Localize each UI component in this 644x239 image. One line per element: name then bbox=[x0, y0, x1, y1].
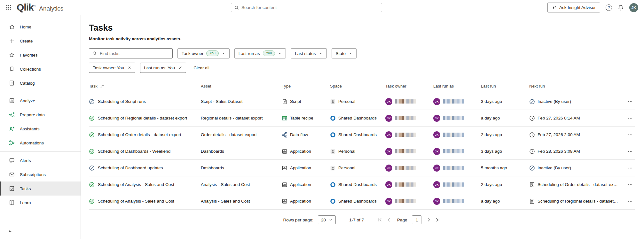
sidebar-item-alerts[interactable]: Alerts bbox=[0, 153, 81, 167]
table-row[interactable]: Scheduling of Dashboard updates Dashboar… bbox=[89, 160, 635, 176]
asset-name: Order details - dataset export bbox=[201, 132, 282, 137]
sidebar-item-automations[interactable]: Automations bbox=[0, 136, 81, 150]
sidebar-item-favorites[interactable]: Favorites bbox=[0, 48, 81, 62]
first-page-button[interactable] bbox=[377, 217, 382, 222]
sidebar-item-analyze[interactable]: Analyze bbox=[0, 94, 81, 108]
sort-descending-icon bbox=[100, 84, 104, 89]
sidebar-item-assistants[interactable]: Assistants bbox=[0, 122, 81, 136]
sidebar-item-learn[interactable]: Learn bbox=[0, 196, 81, 210]
close-icon[interactable] bbox=[178, 66, 182, 70]
sidebar-item-label: Favorites bbox=[20, 53, 38, 58]
last-run-as-filter-dropdown[interactable]: Last run as You bbox=[234, 48, 286, 58]
last-status-filter-dropdown[interactable]: Last status bbox=[291, 48, 326, 58]
filter-chip-last-run-as[interactable]: Last run as: You bbox=[140, 63, 186, 73]
state-filter-dropdown[interactable]: State bbox=[332, 48, 357, 58]
clear-all-button[interactable]: Clear all bbox=[193, 66, 209, 70]
collapse-sidebar-button[interactable] bbox=[7, 229, 12, 234]
sidebar-item-label: Collections bbox=[20, 67, 41, 72]
app-launcher-grid-icon[interactable] bbox=[6, 4, 12, 10]
table-row[interactable]: Scheduling of Script runs Script - Sales… bbox=[89, 93, 635, 110]
column-header-space[interactable]: Space bbox=[330, 84, 385, 89]
next-page-button[interactable] bbox=[426, 217, 431, 222]
last-run-as-name-redacted bbox=[443, 133, 464, 137]
status-inactive-icon bbox=[89, 99, 95, 104]
owner-avatar: JK bbox=[385, 115, 392, 122]
page-number-input[interactable] bbox=[412, 215, 421, 224]
row-actions-menu-icon[interactable] bbox=[628, 182, 633, 187]
task-name: Scheduling of Analysis - Sales and Cost bbox=[98, 182, 174, 187]
clock-icon bbox=[529, 115, 535, 121]
table-recipe-icon bbox=[282, 115, 287, 121]
ask-insight-advisor-button[interactable]: Ask Insight Advisor bbox=[547, 3, 600, 12]
global-search-input[interactable] bbox=[241, 5, 379, 10]
last-run-value: 3 days ago bbox=[481, 149, 529, 154]
global-search[interactable] bbox=[231, 3, 382, 12]
you-badge: You bbox=[263, 50, 275, 56]
row-actions-menu-icon[interactable] bbox=[628, 116, 633, 121]
last-run-as-avatar: JK bbox=[433, 131, 440, 138]
tasks-table: Task Asset Type Space Task owner Last ru… bbox=[89, 79, 635, 210]
product-name: Analytics bbox=[39, 5, 63, 12]
find-tasks-search[interactable] bbox=[89, 48, 173, 58]
search-icon bbox=[234, 5, 239, 10]
sidebar-item-subscriptions[interactable]: Subscriptions bbox=[0, 167, 81, 181]
task-name: Scheduling of Dashboards - Weekend bbox=[98, 149, 170, 154]
last-page-button[interactable] bbox=[435, 217, 440, 222]
column-header-next-run[interactable]: Next run bbox=[529, 84, 623, 89]
sidebar-item-catalog[interactable]: Catalog bbox=[0, 76, 81, 90]
row-actions-menu-icon[interactable] bbox=[628, 166, 633, 171]
table-row[interactable]: Scheduling of Regional details - dataset… bbox=[89, 110, 635, 127]
sidebar-divider bbox=[0, 92, 81, 92]
column-header-task[interactable]: Task bbox=[89, 84, 201, 89]
filter-chip-task-owner[interactable]: Task owner: You bbox=[89, 63, 135, 73]
row-actions-menu-icon[interactable] bbox=[628, 149, 633, 154]
rows-per-page-select[interactable]: 20 bbox=[318, 215, 336, 224]
last-run-as-avatar: JK bbox=[433, 198, 440, 205]
chained-task-icon bbox=[529, 182, 535, 188]
search-icon bbox=[92, 51, 97, 56]
task-name: Scheduling of Script runs bbox=[98, 99, 146, 104]
column-header-last-run-as[interactable]: Last run as bbox=[433, 84, 481, 89]
sidebar-nav: Home Create Favorites Collections Catalo… bbox=[0, 15, 81, 239]
sidebar-item-home[interactable]: Home bbox=[0, 20, 81, 34]
star-icon bbox=[9, 52, 15, 58]
page-title: Tasks bbox=[89, 23, 635, 33]
table-row[interactable]: Scheduling of Order details - dataset ex… bbox=[89, 127, 635, 143]
owner-avatar: JK bbox=[385, 165, 392, 172]
notifications-bell-icon[interactable] bbox=[617, 4, 624, 11]
sidebar-item-create[interactable]: Create bbox=[0, 34, 81, 48]
application-icon bbox=[282, 198, 287, 204]
last-run-value: a day ago bbox=[481, 116, 529, 120]
column-header-task-owner[interactable]: Task owner bbox=[385, 84, 433, 89]
find-tasks-input[interactable] bbox=[100, 51, 169, 56]
row-actions-menu-icon[interactable] bbox=[628, 132, 633, 137]
user-avatar[interactable]: JK bbox=[629, 3, 638, 12]
table-row[interactable]: Scheduling of Analysis - Sales and Cost … bbox=[89, 176, 635, 193]
previous-page-button[interactable] bbox=[386, 217, 391, 222]
alerts-chat-icon bbox=[9, 158, 15, 163]
sidebar-item-collections[interactable]: Collections bbox=[0, 62, 81, 76]
collapse-arrow-icon bbox=[7, 229, 12, 234]
table-row[interactable]: Scheduling of Analysis - Sales and Cost … bbox=[89, 193, 635, 210]
owner-name-redacted bbox=[395, 166, 416, 170]
column-header-asset[interactable]: Asset bbox=[201, 84, 282, 89]
column-header-type[interactable]: Type bbox=[282, 84, 330, 89]
tasklist-icon bbox=[9, 186, 15, 191]
personal-space-icon bbox=[330, 165, 336, 171]
last-run-as-avatar: JK bbox=[433, 115, 440, 122]
shared-space-icon bbox=[330, 182, 336, 188]
sidebar-item-prepare-data[interactable]: Prepare data bbox=[0, 108, 81, 122]
sidebar-item-tasks[interactable]: Tasks bbox=[0, 181, 81, 196]
last-run-value: 3 days ago bbox=[481, 99, 529, 104]
close-icon[interactable] bbox=[128, 66, 131, 70]
row-actions-menu-icon[interactable] bbox=[628, 199, 633, 204]
task-owner-filter-dropdown[interactable]: Task owner You bbox=[177, 48, 230, 58]
asset-name: Dashboards bbox=[201, 166, 282, 170]
column-header-last-run[interactable]: Last run bbox=[481, 84, 529, 89]
last-run-value: a day ago bbox=[481, 199, 529, 204]
table-row[interactable]: Scheduling of Dashboards - Weekend Dashb… bbox=[89, 143, 635, 160]
row-actions-menu-icon[interactable] bbox=[628, 99, 633, 104]
owner-avatar: JK bbox=[385, 148, 392, 155]
asset-name: Regional details - dataset export bbox=[201, 116, 282, 120]
help-icon[interactable]: ? bbox=[606, 4, 612, 11]
